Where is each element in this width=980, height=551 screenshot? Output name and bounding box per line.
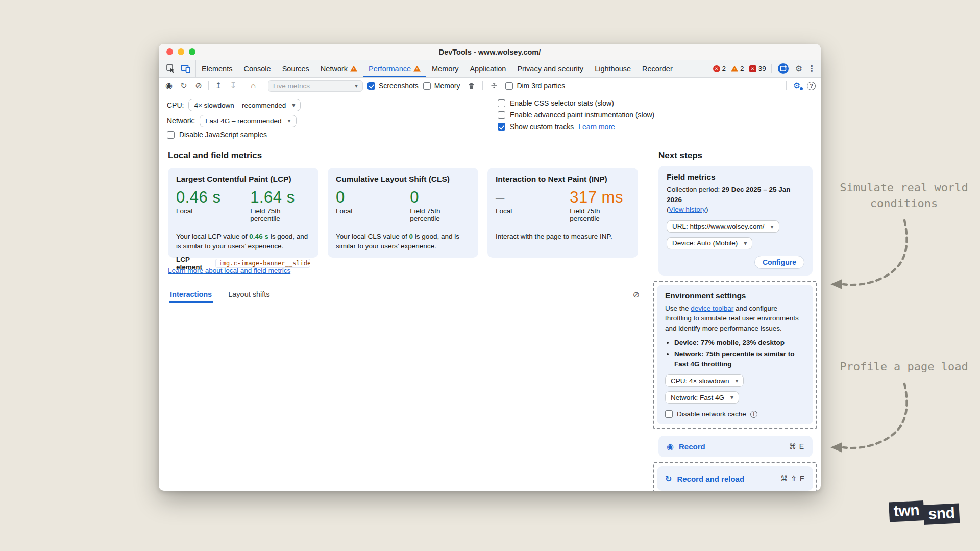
divider: [176, 228, 310, 228]
devtools-tab-bar: Elements Console Sources Network! Perfor…: [159, 60, 821, 78]
settings-gear-icon[interactable]: ⚙: [795, 65, 802, 73]
record-icon[interactable]: ◉: [164, 82, 174, 90]
cpu-throttling-select[interactable]: 4× slowdown – recommended ▾: [188, 99, 301, 111]
lcp-card-title: Largest Contentful Paint (LCP): [176, 174, 310, 184]
env-network-value: Network: Fast 4G: [671, 394, 724, 402]
field-url-select[interactable]: URL: https://www.wolsey.com/ ▾: [667, 220, 779, 233]
cls-local-value: 0: [336, 188, 410, 207]
tab-label: Network: [321, 65, 348, 73]
env-network-select[interactable]: Network: Fast 4G ▾: [665, 391, 739, 404]
checkbox-unchecked[interactable]: [498, 99, 505, 107]
field-device-select[interactable]: Device: Auto (Mobile) ▾: [667, 237, 752, 249]
checkbox-unchecked[interactable]: [167, 131, 175, 139]
checkbox-checked[interactable]: [498, 123, 505, 131]
record-reload-icon[interactable]: ↻: [179, 82, 189, 90]
tab-recorder[interactable]: Recorder: [636, 60, 678, 77]
record-reload-annotation-box: ↻Record and reload ⌘ ⇧ E: [653, 462, 817, 491]
clear-log-icon[interactable]: ⊘: [633, 290, 640, 303]
field-metrics-title: Field metrics: [667, 172, 804, 182]
tab-elements[interactable]: Elements: [196, 60, 238, 77]
info-glyph: i: [753, 412, 755, 417]
tabbar-right-icons: ✕2 !2 ✕39 ⚙ ⋮: [713, 60, 821, 77]
record-row[interactable]: ◉Record ⌘ E: [658, 436, 813, 457]
warnings-badge[interactable]: !2: [731, 65, 744, 72]
clear-icon[interactable]: ⊘: [193, 82, 204, 90]
record-reload-row[interactable]: ↻Record and reload ⌘ ⇧ E: [657, 466, 813, 491]
environment-settings-title: Environment settings: [665, 291, 805, 300]
tab-lighthouse[interactable]: Lighthouse: [589, 60, 636, 77]
record-label: Record: [679, 442, 705, 451]
settings-right-column: Enable CSS selector stats (slow) Enable …: [498, 99, 654, 139]
page-background: Simulate real world conditions Profile a…: [0, 0, 980, 551]
learn-more-metrics-link[interactable]: Learn more about local and field metrics: [168, 267, 290, 274]
screencast-badge-icon[interactable]: [777, 62, 790, 76]
disable-js-samples-label: Disable JavaScript samples: [179, 131, 267, 139]
device-toolbar-icon[interactable]: [179, 62, 192, 76]
arrowhead-simulate: [830, 279, 842, 289]
window-title: DevTools - www.wolsey.com/: [159, 48, 821, 56]
tab-console[interactable]: Console: [238, 60, 276, 77]
load-profile-icon[interactable]: ↥: [213, 82, 224, 90]
capture-settings-gear-icon[interactable]: ⚙: [792, 82, 802, 90]
view-history-link[interactable]: View history: [669, 206, 706, 213]
css-selector-stats-checkbox[interactable]: Enable CSS selector stats (slow): [498, 99, 654, 107]
configure-button[interactable]: Configure: [754, 256, 804, 269]
lcp-card: Largest Contentful Paint (LCP) 0.46 s Lo…: [168, 168, 318, 258]
inp-card: Interaction to Next Paint (INP) – Local …: [487, 168, 638, 258]
learn-more-link[interactable]: Learn more: [578, 122, 615, 131]
env-cpu-select[interactable]: CPU: 4× slowdown ▾: [665, 374, 744, 387]
tab-layout-shifts[interactable]: Layout shifts: [227, 287, 271, 303]
dim-3rd-parties-checkbox[interactable]: Dim 3rd parties: [505, 82, 565, 90]
issues-badge[interactable]: ✕39: [749, 65, 766, 72]
divider: [208, 81, 209, 90]
save-profile-icon: ↧: [228, 82, 238, 90]
tab-memory[interactable]: Memory: [426, 60, 464, 77]
tab-application[interactable]: Application: [464, 60, 511, 77]
local-field-metrics-heading: Local and field metrics: [168, 151, 641, 161]
annotation-simulate: Simulate real world conditions: [820, 180, 980, 211]
device-toolbar-link[interactable]: device toolbar: [691, 305, 733, 312]
record-shortcut: ⌘ E: [789, 442, 804, 450]
annotation-simulate-line1: Simulate real world: [820, 180, 980, 195]
network-throttling-select[interactable]: Fast 4G – recommended ▾: [200, 115, 296, 127]
disable-js-samples-checkbox[interactable]: Disable JavaScript samples: [167, 131, 498, 139]
arrow-profile: [843, 384, 907, 448]
checkbox-unchecked[interactable]: [423, 82, 431, 90]
errors-badge[interactable]: ✕2: [713, 65, 726, 72]
tab-label: Sources: [282, 65, 309, 73]
inspect-element-icon[interactable]: [164, 62, 177, 76]
tab-label: Privacy and security: [517, 65, 583, 73]
tab-performance[interactable]: Performance!: [363, 60, 426, 77]
cls-card-title: Cumulative Layout Shift (CLS): [336, 174, 470, 184]
tab-network[interactable]: Network!: [315, 60, 363, 77]
live-metrics-home-icon[interactable]: ⌂: [248, 82, 258, 90]
show-custom-tracks-checkbox[interactable]: Show custom tracks Learn more: [498, 122, 654, 131]
memory-checkbox[interactable]: Memory: [423, 82, 460, 90]
tab-sources[interactable]: Sources: [277, 60, 315, 77]
next-steps-panel: Next steps Field metrics Collection peri…: [649, 144, 821, 491]
env-desc-prefix: Use the: [665, 305, 691, 312]
help-icon[interactable]: ?: [807, 82, 816, 90]
record-reload-label: Record and reload: [677, 474, 744, 483]
help-glyph: ?: [810, 83, 813, 89]
tab-interactions[interactable]: Interactions: [169, 287, 213, 303]
inp-description: Interact with the page to measure INP.: [496, 232, 630, 242]
advanced-paint-checkbox[interactable]: Enable advanced paint instrumentation (s…: [498, 111, 654, 119]
live-metrics-view: Local and field metrics Largest Contentf…: [159, 144, 821, 491]
checkbox-unchecked[interactable]: [505, 82, 513, 90]
collect-garbage-icon[interactable]: [464, 79, 478, 92]
checkbox-checked[interactable]: [368, 82, 375, 90]
tab-privacy-security[interactable]: Privacy and security: [511, 60, 589, 77]
checkbox-unchecked[interactable]: [665, 410, 673, 418]
show-custom-tracks-label: Show custom tracks: [510, 122, 574, 131]
screenshots-checkbox[interactable]: Screenshots: [368, 82, 419, 90]
lcp-local-value: 0.46 s: [176, 188, 250, 207]
checkbox-unchecked[interactable]: [498, 111, 505, 119]
disable-network-cache-checkbox[interactable]: Disable network cache i: [665, 410, 805, 418]
lcp-description: Your local LCP value of 0.46 s is good, …: [176, 232, 310, 252]
info-icon[interactable]: i: [750, 411, 757, 418]
more-menu-icon[interactable]: ⋮: [807, 65, 816, 73]
cls-desc-prefix: Your local CLS value of: [336, 233, 409, 240]
lcp-element-class: c-image-banner__slide__: [233, 260, 310, 267]
shrink-rows-icon[interactable]: [487, 79, 501, 92]
